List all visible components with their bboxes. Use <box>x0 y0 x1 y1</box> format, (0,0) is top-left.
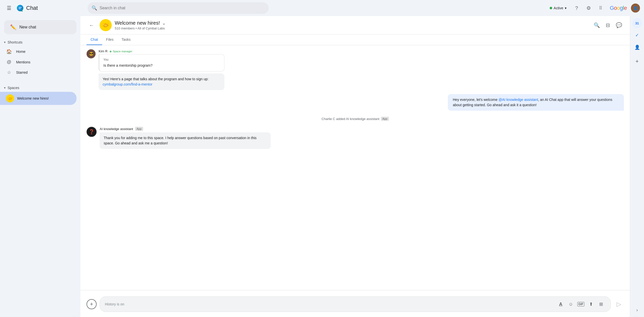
tab-chat[interactable]: Chat <box>87 34 102 45</box>
chat-panel: ← 🤝 Welcome new hires! ⌄ 510 members • A… <box>80 16 630 317</box>
sidebar-item-starred[interactable]: ☆ Starred <box>0 67 76 78</box>
user-avatar[interactable]: 👤 <box>631 4 640 13</box>
apps-icon: ⠿ <box>599 5 602 11</box>
ai-avatar: ❓ <box>87 127 97 137</box>
messages-area: 😎 Kim R ◈ Space manager You Is there a m… <box>80 45 630 288</box>
video-call-button[interactable]: ⊞ <box>596 300 606 309</box>
input-placeholder: History is on <box>105 302 554 306</box>
new-chat-icon: ✏️ <box>10 24 16 30</box>
header-panel-icon: ⊟ <box>606 22 610 28</box>
system-msg-text: Charlie C added AI knowledge assistant <box>321 117 379 121</box>
you-message-bubble: You Is there a mentorship program? <box>99 54 224 71</box>
hamburger-button[interactable]: ☰ <box>4 3 14 13</box>
input-area: + History is on A ☺ GIF ⬆ <box>80 292 630 317</box>
starred-label: Starred <box>16 70 28 74</box>
ai-app-badge: App <box>135 127 143 131</box>
sidebar-item-welcome-new-hires[interactable]: 🤝 Welcome new hires! <box>0 92 76 105</box>
apps-button[interactable]: ⠿ <box>596 3 606 13</box>
space-header-info: Welcome new hires! ⌄ 510 members • All o… <box>115 20 589 30</box>
you-label: You <box>103 57 220 62</box>
mentions-icon: @ <box>6 59 12 65</box>
upload-button[interactable]: ⬆ <box>586 300 595 309</box>
tasks-icon: ✓ <box>635 32 639 38</box>
format-text-button[interactable]: A <box>556 300 565 309</box>
app-badge-system: App <box>381 117 389 121</box>
space-item-label: Welcome new hires! <box>17 96 49 100</box>
chat-header: ← 🤝 Welcome new hires! ⌄ 510 members • A… <box>80 16 630 34</box>
sidebar-item-mentions[interactable]: @ Mentions <box>0 57 76 67</box>
send-button[interactable]: ▷ <box>614 299 624 309</box>
system-message: Charlie C added AI knowledge assistant A… <box>87 115 624 123</box>
ai-response-bubble: Thank you for adding me to this space. I… <box>100 132 271 149</box>
add-attachment-button[interactable]: + <box>87 299 97 309</box>
shortcuts-chevron-icon: ▾ <box>4 41 6 44</box>
active-dot <box>550 7 552 9</box>
search-bar[interactable]: 🔍 <box>88 2 269 14</box>
home-label: Home <box>16 50 25 54</box>
tab-files[interactable]: Files <box>102 34 118 45</box>
header-search-button[interactable]: 🔍 <box>592 20 602 30</box>
gif-button[interactable]: GIF <box>576 300 585 309</box>
back-button[interactable]: ← <box>87 20 97 30</box>
tasks-button[interactable]: ✓ <box>632 30 642 40</box>
space-header-emoji: 🤝 <box>100 19 112 31</box>
header-panel-button[interactable]: ⊟ <box>603 20 613 30</box>
shortcuts-label: Shortcuts <box>8 40 22 44</box>
header-threads-button[interactable]: 💬 <box>614 20 624 30</box>
question-text: Is there a mentorship program? <box>103 63 220 68</box>
starred-icon: ☆ <box>6 70 12 75</box>
help-button[interactable]: ? <box>572 3 582 13</box>
self-message: Hey everyone, let's welcome @AI knowledg… <box>87 94 624 111</box>
input-divider <box>80 290 630 290</box>
emoji-button[interactable]: ☺ <box>566 300 575 309</box>
search-input[interactable] <box>100 6 265 10</box>
spaces-chevron-icon: ▾ <box>4 86 6 90</box>
message-input-box[interactable]: History is on A ☺ GIF ⬆ ⊞ <box>100 296 611 312</box>
format-icon: A <box>559 302 562 307</box>
home-icon: 🏠 <box>6 49 12 54</box>
answer-bubble: Yes! Here's a page that talks about the … <box>99 73 224 90</box>
right-panel: 31 ✓ 👤 + › <box>630 16 644 317</box>
add-right-icon: + <box>635 58 639 65</box>
new-chat-button[interactable]: ✏️ New chat <box>4 20 76 34</box>
new-chat-label: New chat <box>19 25 36 29</box>
spaces-section-header[interactable]: ▾ Spaces <box>0 84 80 92</box>
kim-name: Kim R <box>99 49 107 53</box>
kim-badge: ◈ Space manager <box>109 50 132 53</box>
mentions-label: Mentions <box>16 60 30 64</box>
input-icons: A ☺ GIF ⬆ ⊞ <box>556 300 606 309</box>
expand-button[interactable]: › <box>632 305 642 315</box>
google-logo: Google <box>610 5 627 11</box>
add-icon: + <box>90 301 93 307</box>
search-icon: 🔍 <box>92 5 97 11</box>
settings-icon: ⚙ <box>586 5 591 11</box>
gif-icon: GIF <box>577 302 584 306</box>
welcome-text-before: Hey everyone, let's welcome <box>453 98 499 102</box>
space-emoji: 🤝 <box>6 94 14 102</box>
back-icon: ← <box>89 22 94 28</box>
ai-message-content: AI knowledge assistant App Thank you for… <box>100 127 624 149</box>
active-label: Active <box>554 6 563 10</box>
shortcuts-section-header[interactable]: ▾ Shortcuts <box>0 38 80 46</box>
header-search-icon: 🔍 <box>594 22 600 28</box>
chat-logo-icon <box>16 4 24 12</box>
title-dropdown-icon[interactable]: ⌄ <box>162 20 166 26</box>
sidebar: ✏️ New chat ▾ Shortcuts 🏠 Home @ Mention… <box>0 16 80 317</box>
ai-name: AI knowledge assistant <box>100 127 133 131</box>
ai-message-group: ❓ AI knowledge assistant App Thank you f… <box>87 127 624 149</box>
answer-link[interactable]: cymbalgroup.com/find-a-mentor <box>103 82 152 86</box>
answer-text: Yes! Here's a page that talks about the … <box>103 77 209 81</box>
calendar-button[interactable]: 31 <box>632 18 642 28</box>
chat-tabs: Chat Files Tasks <box>80 34 630 45</box>
active-status-button[interactable]: Active ▾ <box>547 5 570 12</box>
kim-message-content: Kim R ◈ Space manager You Is there a men… <box>99 49 624 90</box>
ai-mention: @AI knowledge assistant <box>499 98 538 102</box>
expand-icon: › <box>636 307 638 313</box>
add-right-button[interactable]: + <box>632 56 642 66</box>
contacts-button[interactable]: 👤 <box>632 42 642 52</box>
settings-button[interactable]: ⚙ <box>584 3 594 13</box>
message-group-kim: 😎 Kim R ◈ Space manager You Is there a m… <box>87 49 624 90</box>
app-logo: Chat <box>16 4 38 12</box>
sidebar-item-home[interactable]: 🏠 Home <box>0 46 76 57</box>
tab-tasks[interactable]: Tasks <box>117 34 135 45</box>
